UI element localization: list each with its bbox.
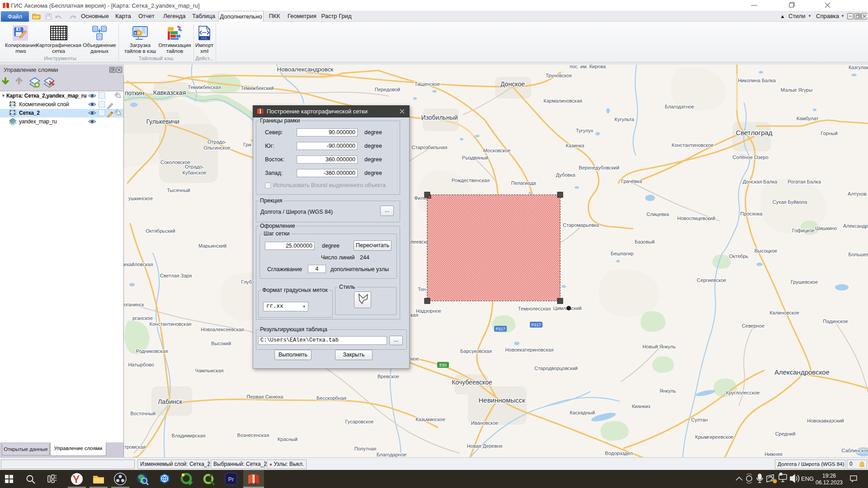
svg-text:Новая Деревня: Новая Деревня bbox=[467, 443, 503, 449]
svg-text:Благодарное: Благодарное bbox=[377, 452, 406, 457]
svg-text:Казьминское: Казьминское bbox=[415, 417, 445, 422]
svg-text:E50: E50 bbox=[439, 363, 447, 367]
svg-text:Барсуковская: Барсуковская bbox=[460, 348, 492, 354]
svg-text:Гри: Гри bbox=[243, 142, 251, 147]
svg-text:Слицевка: Слицевка bbox=[646, 211, 670, 217]
svg-text:Pr: Pr bbox=[228, 476, 234, 483]
svg-text:Кармалиновская: Кармалиновская bbox=[543, 98, 582, 103]
svg-text:Саблинское: Саблинское bbox=[841, 448, 868, 453]
svg-text:Кубанское: Кубанское bbox=[183, 170, 207, 175]
svg-text:Невинномысск: Невинномысск bbox=[478, 396, 525, 404]
svg-text:Гофицкое: Гофицкое bbox=[792, 228, 815, 233]
svg-text:ихайловская: ихайловская bbox=[124, 262, 153, 267]
svg-text:Водораздел: Водораздел bbox=[605, 450, 632, 456]
svg-text:Казгулак: Казгулак bbox=[849, 65, 868, 70]
svg-text:Николина Балка: Николина Балка bbox=[738, 78, 776, 83]
svg-text:Рождественская: Рождественская bbox=[452, 178, 490, 183]
svg-text:Р217: Р217 bbox=[531, 323, 541, 327]
svg-text:Старомарьевка: Старомарьевка bbox=[563, 222, 599, 228]
svg-text:Тищенское: Тищенское bbox=[415, 81, 440, 87]
svg-text:XML: XML bbox=[201, 36, 208, 40]
svg-text:Нижняя: Нижняя bbox=[764, 451, 782, 457]
svg-text:Передовой: Передовой bbox=[375, 87, 401, 92]
svg-text:Сергиевское: Сергиевское bbox=[697, 277, 726, 283]
svg-text:ное: ное bbox=[410, 356, 419, 361]
svg-text:Казинка: Казинка bbox=[566, 143, 585, 148]
svg-text:Тон: Тон bbox=[418, 286, 426, 292]
svg-text:Кугульта: Кугульта bbox=[614, 117, 634, 122]
svg-text:Темнолесская: Темнолесская bbox=[518, 306, 551, 311]
svg-text:Большевик: Большевик bbox=[849, 252, 868, 257]
svg-text:06.12.2023: 06.12.2023 bbox=[816, 479, 843, 486]
svg-text:Тугулух: Тугулух bbox=[576, 128, 594, 133]
svg-text:$: $ bbox=[134, 31, 137, 35]
svg-text:Базовый: Базовый bbox=[635, 239, 655, 244]
svg-text:Октябрьский: Октябрьский bbox=[146, 228, 175, 234]
svg-text:Московское: Московское bbox=[483, 148, 510, 153]
svg-text:Глуб: Глуб bbox=[241, 279, 252, 285]
svg-text:Новокавказский: Новокавказский bbox=[807, 418, 844, 423]
svg-text:Вознесенская: Вознесенская bbox=[237, 432, 269, 438]
svg-text:Надзорное: Надзорное bbox=[416, 308, 441, 314]
svg-text:Изобильный: Изобильный bbox=[421, 114, 458, 121]
svg-text:Горный: Горный bbox=[821, 131, 838, 136]
svg-text:Грушевское: Грушевское bbox=[791, 279, 818, 285]
svg-text:Лабинск: Лабинск bbox=[158, 398, 183, 405]
svg-text:Светлая Заря: Светлая Заря bbox=[160, 273, 192, 278]
svg-text:Грачёвка: Грачёвка bbox=[621, 178, 642, 184]
svg-text:Султан: Султан bbox=[691, 417, 708, 422]
svg-text:леевско: леевско bbox=[410, 239, 429, 244]
svg-text:Гусаровское: Гусаровское bbox=[345, 419, 374, 424]
svg-text:ушкинское: ушкинское bbox=[128, 196, 153, 201]
svg-text:Красный: Красный bbox=[278, 436, 297, 442]
svg-text:Марьинский: Марьинский bbox=[198, 243, 226, 249]
svg-text:Кочубеевское: Кочубеевское bbox=[452, 379, 492, 386]
svg-text:Бешпагир: Бешпагир bbox=[611, 251, 634, 256]
svg-text:Благодатное: Благодатное bbox=[665, 104, 694, 109]
svg-text:Октябрь: Октябрь bbox=[729, 253, 749, 259]
svg-text:Старозбильная: Старозбильная bbox=[412, 145, 448, 150]
svg-text:Янкуль: Янкуль bbox=[660, 388, 676, 394]
svg-text:Высоцкое: Высоцкое bbox=[755, 248, 777, 253]
svg-text:рганское: рганское bbox=[132, 315, 153, 321]
svg-text:Отрадо-: Отрадо- bbox=[208, 139, 226, 145]
svg-text:Солёное Озеро: Солёное Озеро bbox=[732, 155, 769, 160]
svg-text:Ольгинское: Ольгинское bbox=[203, 145, 231, 150]
svg-text:кая: кая bbox=[410, 312, 418, 318]
svg-text:Вревское: Вревское bbox=[377, 374, 399, 379]
svg-text:Ивановское: Ивановское bbox=[471, 420, 498, 426]
svg-text:Соколовское: Соколовское bbox=[160, 160, 190, 165]
svg-text:Средний: Средний bbox=[775, 431, 796, 436]
svg-text:ENG: ENG bbox=[801, 475, 814, 482]
svg-text:Попутная: Попутная bbox=[354, 446, 377, 451]
svg-text:оганинск: оганинск bbox=[124, 302, 144, 307]
svg-text:Чамлыкская: Чамлыкская bbox=[195, 368, 224, 373]
svg-text:Труновское: Труновское bbox=[546, 73, 572, 78]
svg-text:Александровское: Александровское bbox=[774, 368, 830, 376]
svg-text:Гулькевичи: Гулькевичи bbox=[146, 118, 179, 125]
svg-text:Новоалександровск: Новоалександровск bbox=[277, 66, 333, 73]
svg-text:Владимирская: Владимирская bbox=[172, 433, 206, 438]
svg-text:Камбулат: Камбулат bbox=[797, 116, 819, 121]
svg-text:Константиновское: Константиновское bbox=[672, 142, 714, 148]
svg-text:поткин: поткин bbox=[125, 89, 144, 97]
svg-text:Алтухов: Алтухов bbox=[848, 191, 867, 197]
svg-text:Рогатая Балка: Рогатая Балка bbox=[788, 179, 821, 184]
svg-text:Падинское: Падинское bbox=[823, 319, 848, 324]
svg-text:Калиновское: Калиновское bbox=[769, 310, 799, 315]
svg-text:Новоспицевский: Новоспицевский bbox=[677, 216, 715, 221]
svg-text:Стародворцовский: Стародворцовский bbox=[534, 366, 578, 371]
svg-text:Новоалексеевская: Новоалексеевская bbox=[201, 327, 244, 332]
svg-text:Р217: Р217 bbox=[495, 327, 505, 331]
svg-text:Круглолесское: Круглолесское bbox=[726, 390, 760, 395]
svg-text:Верхнедубовский: Верхнедубовский bbox=[579, 165, 619, 170]
svg-text:Рыздвяный: Рыздвяный bbox=[462, 155, 488, 160]
svg-text:Сухая Буйвола: Сухая Буйвола bbox=[773, 199, 808, 205]
svg-text:Натырбово: Натырбово bbox=[128, 362, 154, 367]
svg-text:Темижбекский: Темижбекский bbox=[241, 85, 274, 91]
svg-text:Северное: Северное bbox=[742, 323, 764, 328]
svg-text:Новый Янкуль: Новый Янкуль bbox=[642, 344, 676, 349]
svg-text:стромская: стромская bbox=[124, 444, 146, 450]
svg-text:Кианкиз: Кианкиз bbox=[632, 404, 651, 409]
svg-text:19:26: 19:26 bbox=[822, 473, 836, 479]
